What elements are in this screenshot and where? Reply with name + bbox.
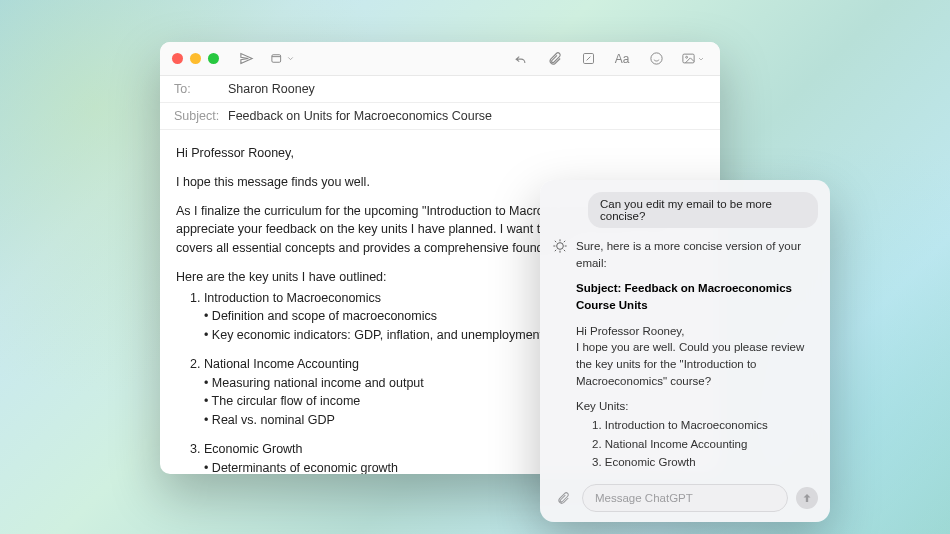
keyunit-1: 1. Introduction to Macroeconomics (592, 417, 818, 434)
svg-point-5 (557, 243, 564, 250)
emoji-icon[interactable] (644, 47, 668, 71)
assistant-keyunits-list: 1. Introduction to Macroeconomics 2. Nat… (576, 417, 818, 471)
link-icon[interactable] (576, 47, 600, 71)
send-mail-button[interactable] (234, 47, 258, 71)
mail-greeting: Hi Professor Rooney, (176, 144, 704, 163)
attachment-icon[interactable] (542, 47, 566, 71)
keyunit-3: 3. Economic Growth (592, 454, 818, 471)
user-message-bubble: Can you edit my email to be more concise… (588, 192, 818, 228)
assistant-greeting: Hi Professor Rooney, (576, 323, 818, 340)
close-window-button[interactable] (172, 53, 183, 64)
assistant-body: I hope you are well. Could you please re… (576, 339, 818, 389)
photo-dropdown[interactable] (678, 47, 708, 71)
keyunit-2: 2. National Income Accounting (592, 436, 818, 453)
chat-attachment-button[interactable] (552, 487, 574, 509)
toolbar-right-group: Aa (508, 47, 708, 71)
subject-field-row[interactable]: Subject: Feedback on Units for Macroecon… (160, 103, 720, 130)
mail-titlebar: Aa (160, 42, 720, 76)
openai-logo-icon (552, 238, 568, 254)
svg-rect-0 (271, 55, 280, 63)
assistant-message: Sure, here is a more concise version of … (552, 238, 818, 476)
subject-label: Subject: (174, 109, 220, 123)
chatgpt-panel: Can you edit my email to be more concise… (540, 180, 830, 522)
minimize-window-button[interactable] (190, 53, 201, 64)
chat-send-button[interactable] (796, 487, 818, 509)
to-label: To: (174, 82, 220, 96)
reply-icon[interactable] (508, 47, 532, 71)
assistant-lead: Sure, here is a more concise version of … (576, 238, 818, 271)
traffic-lights (172, 53, 219, 64)
to-field-row[interactable]: To: Sharon Rooney (160, 76, 720, 103)
svg-point-2 (650, 53, 661, 64)
svg-rect-3 (683, 54, 694, 63)
format-text-button[interactable]: Aa (610, 47, 634, 71)
chat-header: Can you edit my email to be more concise… (552, 192, 818, 228)
chat-input[interactable] (582, 484, 788, 512)
to-value: Sharon Rooney (228, 82, 315, 96)
chat-input-row (552, 484, 818, 512)
svg-point-4 (686, 56, 688, 58)
assistant-text: Sure, here is a more concise version of … (576, 238, 818, 476)
subject-value: Feedback on Units for Macroeconomics Cou… (228, 109, 492, 123)
assistant-keyunits-label: Key Units: (576, 398, 818, 415)
header-fields-dropdown[interactable] (265, 47, 299, 71)
maximize-window-button[interactable] (208, 53, 219, 64)
assistant-subject: Subject: Feedback on Macroeconomics Cour… (576, 280, 818, 313)
